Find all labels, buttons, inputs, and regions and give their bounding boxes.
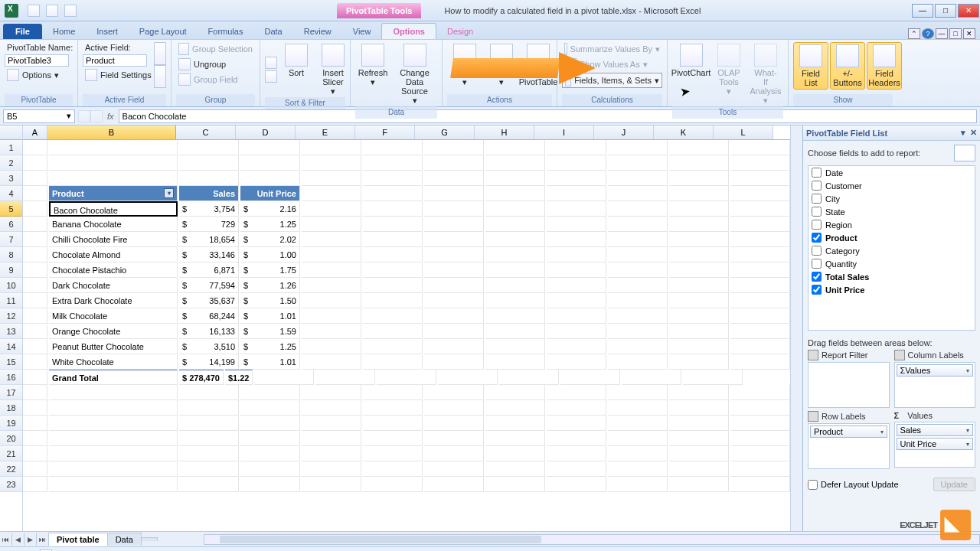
cell[interactable] [730, 186, 790, 201]
cell[interactable] [49, 400, 178, 416]
minimize-button[interactable]: — [912, 4, 933, 18]
row-header-12[interactable]: 12 [0, 308, 22, 324]
cell[interactable] [424, 354, 484, 370]
tab-view[interactable]: View [342, 24, 382, 39]
cell[interactable] [302, 247, 361, 262]
cell[interactable] [485, 247, 545, 262]
cell[interactable] [179, 140, 239, 155]
col-header-L[interactable]: L [714, 126, 773, 139]
cell[interactable] [302, 293, 361, 308]
cell[interactable]: 33,146 [179, 247, 239, 262]
cell[interactable]: Chilli Chocolate Fire [49, 232, 178, 247]
chevron-down-icon[interactable]: ▾ [67, 111, 71, 121]
cell[interactable] [669, 446, 729, 461]
cell[interactable]: 68,244 [179, 308, 239, 324]
cell[interactable] [608, 293, 668, 308]
cell[interactable] [424, 416, 484, 431]
cell[interactable] [730, 217, 790, 232]
name-box[interactable]: B5▾ [3, 109, 75, 123]
cell[interactable] [730, 477, 790, 492]
cell[interactable] [240, 140, 300, 155]
sheet-tab-pivot[interactable]: Pivot table [48, 533, 108, 546]
cell[interactable]: Chocolate Almond [49, 247, 178, 262]
cell[interactable] [302, 232, 361, 247]
cell[interactable] [547, 217, 606, 232]
layout-selector-button[interactable] [954, 145, 975, 161]
cell[interactable] [730, 171, 790, 186]
field-quantity[interactable]: Quantity [808, 257, 975, 270]
row-header-11[interactable]: 11 [0, 293, 22, 308]
cell[interactable] [669, 186, 729, 201]
col-header-F[interactable]: F [355, 126, 415, 139]
cell[interactable] [424, 400, 484, 416]
sort-button[interactable]: Sort [279, 42, 314, 97]
row-header-7[interactable]: 7 [0, 232, 22, 247]
col-header-A[interactable]: A [23, 126, 47, 139]
cell[interactable] [302, 354, 361, 370]
cell[interactable] [363, 324, 423, 339]
cell[interactable] [363, 201, 423, 217]
cell[interactable] [730, 140, 790, 155]
cell[interactable] [240, 155, 300, 171]
cell[interactable] [363, 308, 423, 324]
cell[interactable]: Peanut Butter Chocolate [49, 339, 178, 354]
cell[interactable] [179, 477, 239, 492]
cell[interactable]: 2.02 [240, 232, 300, 247]
row-header-17[interactable]: 17 [0, 385, 22, 400]
row-header-1[interactable]: 1 [0, 140, 22, 155]
cell[interactable] [547, 293, 606, 308]
cell[interactable]: Milk Chocolate [49, 308, 178, 324]
cell[interactable] [424, 232, 484, 247]
cell[interactable]: 2.16 [240, 201, 300, 217]
field-checkbox[interactable] [812, 168, 822, 178]
cell[interactable] [608, 247, 668, 262]
cell[interactable]: 35,637 [179, 293, 239, 308]
cell[interactable] [669, 201, 729, 217]
cell[interactable] [608, 385, 668, 400]
cell[interactable] [377, 370, 436, 385]
cell[interactable] [302, 308, 361, 324]
cell[interactable] [179, 446, 239, 461]
tab-options[interactable]: Options [381, 23, 436, 39]
cell[interactable] [23, 171, 47, 186]
cell[interactable] [302, 278, 361, 293]
cell[interactable] [23, 431, 47, 446]
cell[interactable] [499, 370, 559, 385]
cell[interactable] [49, 155, 178, 171]
ribbon-minimize-icon[interactable]: ⌃ [908, 28, 920, 39]
cell[interactable] [608, 400, 668, 416]
cell[interactable] [485, 155, 545, 171]
field-customer[interactable]: Customer [808, 179, 975, 192]
field-product[interactable]: Product [808, 231, 975, 244]
cell[interactable] [363, 400, 423, 416]
cell[interactable] [363, 278, 423, 293]
cell[interactable] [485, 171, 545, 186]
olap-tools-button[interactable]: OLAPTools ▾ [711, 42, 746, 106]
cell[interactable]: 729 [179, 217, 239, 232]
cell[interactable] [363, 461, 423, 477]
col-header-C[interactable]: C [176, 126, 236, 139]
mdi-close-icon[interactable]: ✕ [963, 28, 975, 39]
cell[interactable]: Orange Chocolate [49, 324, 178, 339]
cell[interactable] [669, 431, 729, 446]
cell[interactable] [730, 308, 790, 324]
cell[interactable]: 1.25 [240, 217, 300, 232]
cell[interactable] [608, 431, 668, 446]
cell[interactable]: Bacon Chocolate [49, 201, 178, 217]
cell[interactable] [669, 400, 729, 416]
refresh-button[interactable]: Refresh ▾ [355, 42, 390, 106]
row-header-6[interactable]: 6 [0, 217, 22, 232]
cell[interactable] [363, 217, 423, 232]
row-header-14[interactable]: 14 [0, 339, 22, 354]
cell[interactable] [302, 140, 361, 155]
cell[interactable] [730, 232, 790, 247]
cell[interactable] [23, 262, 47, 278]
row-header-2[interactable]: 2 [0, 155, 22, 171]
mdi-minimize-icon[interactable]: — [936, 28, 948, 39]
cell[interactable] [622, 370, 681, 385]
cell[interactable] [363, 262, 423, 278]
cell[interactable] [608, 477, 668, 492]
cell[interactable]: 1.00 [240, 247, 300, 262]
cell[interactable] [23, 201, 47, 217]
cell[interactable]: 18,654 [179, 232, 239, 247]
